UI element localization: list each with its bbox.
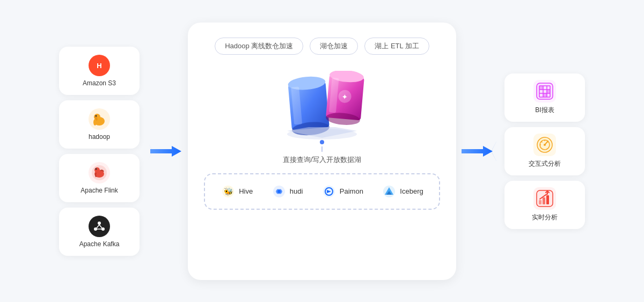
output-label-interactive: 交互式分析 [529, 159, 561, 168]
svg-rect-47 [547, 90, 550, 93]
tab-hadoop[interactable]: Hadoop 离线数仓加速 [215, 38, 303, 55]
svg-line-14 [97, 225, 99, 228]
kafka-icon [89, 216, 110, 237]
svg-line-55 [541, 142, 543, 143]
svg-line-15 [99, 225, 102, 228]
source-card-apache-flink: Apache Flink [59, 154, 140, 202]
barrel-graphic: ✦ [276, 71, 368, 141]
tab-etl[interactable]: 湖上 ETL 加工 [364, 38, 429, 55]
svg-rect-60 [546, 195, 549, 204]
svg-rect-59 [543, 197, 545, 204]
formats-box: 🐝 Hive hudi [204, 173, 440, 210]
center-panel: Hadoop 离线数仓加速 湖仓加速 湖上 ETL 加工 [188, 23, 456, 280]
svg-rect-48 [543, 93, 547, 97]
tab-lake[interactable]: 湖仓加速 [310, 38, 358, 55]
realtime-icon [533, 187, 556, 210]
svg-point-9 [94, 167, 100, 173]
source-card-apache-kafka: Apache Kafka [59, 208, 140, 256]
right-panel: BI报表 交互式分析 [499, 73, 590, 229]
svg-point-11 [98, 222, 101, 225]
hive-icon: 🐝 [221, 184, 236, 199]
svg-text:H: H [97, 62, 101, 70]
iceberg-label: Iceberg [400, 187, 423, 195]
output-card-bi: BI报表 [504, 73, 585, 122]
svg-rect-46 [539, 86, 543, 90]
right-arrow [456, 141, 499, 162]
svg-point-10 [96, 168, 97, 170]
output-label-bi: BI报表 [535, 106, 554, 115]
connector-line [321, 146, 323, 152]
amazon-s3-icon: H [89, 55, 110, 76]
source-label-kafka: Apache Kafka [79, 240, 120, 248]
svg-text:🐝: 🐝 [224, 187, 233, 196]
hadoop-icon [89, 108, 110, 130]
paimon-label: Paimon [340, 187, 363, 195]
main-container: H Amazon S3 hadoop [0, 0, 644, 302]
svg-text:✦: ✦ [341, 92, 348, 101]
query-label: 直接查询/写入开放数据湖 [283, 155, 362, 165]
format-hudi: hudi [272, 184, 303, 199]
svg-point-31 [277, 190, 281, 193]
format-iceberg: Iceberg [382, 184, 423, 199]
flink-icon [89, 162, 110, 183]
source-label-flink: Apache Flink [80, 187, 118, 194]
source-label-amazon-s3: Amazon S3 [83, 79, 116, 87]
left-arrow [145, 141, 188, 162]
source-label-hadoop: hadoop [89, 133, 110, 141]
tabs-row: Hadoop 离线数仓加速 湖仓加速 湖上 ETL 加工 [215, 38, 429, 55]
source-card-hadoop: hadoop [59, 100, 140, 149]
hudi-icon [272, 184, 287, 199]
output-card-realtime: 实时分析 [504, 181, 585, 229]
hudi-label: hudi [290, 187, 303, 195]
format-paimon: Paimon [321, 184, 363, 199]
svg-point-6 [96, 115, 97, 116]
interactive-icon [533, 134, 556, 156]
source-card-amazon-s3: H Amazon S3 [59, 47, 140, 95]
format-hive: 🐝 Hive [221, 184, 253, 199]
output-card-interactive: 交互式分析 [504, 127, 585, 175]
svg-line-56 [547, 142, 548, 143]
hive-label: Hive [239, 187, 253, 195]
paimon-icon [321, 184, 336, 199]
left-panel: H Amazon S3 hadoop [54, 47, 145, 256]
svg-point-52 [544, 144, 546, 146]
bi-icon [533, 80, 556, 102]
iceberg-icon [382, 184, 397, 199]
output-label-realtime: 实时分析 [532, 213, 558, 222]
svg-rect-58 [539, 200, 541, 204]
